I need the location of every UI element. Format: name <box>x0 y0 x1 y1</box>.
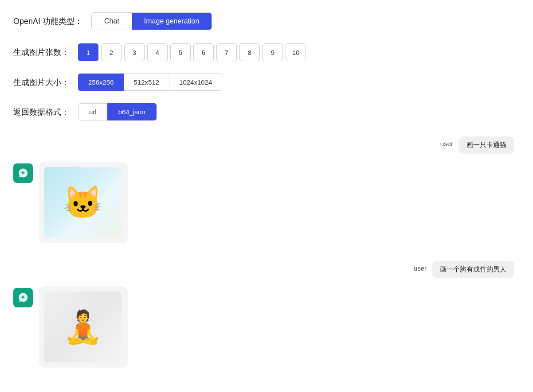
image-count-row: 生成图片张数： 1 2 3 4 5 6 7 8 9 10 <box>13 43 520 61</box>
user-bubble-1: 画一只卡通猫 <box>459 136 514 154</box>
user-message-row-1: user 画一只卡通猫 <box>13 136 514 154</box>
count-btn-9[interactable]: 9 <box>263 43 283 61</box>
user-bubble-2: 画一个胸有成竹的男人 <box>432 261 514 278</box>
openai-icon-1: ✦ <box>17 167 29 179</box>
count-btn-6[interactable]: 6 <box>193 43 214 61</box>
chat-area: user 画一只卡通猫 ✦ user 画一个胸有成竹的男人 ✦ <box>13 136 520 368</box>
image-size-row: 生成图片大小： 256x256 512x512 1024x1024 <box>13 74 520 91</box>
image-card-man <box>39 286 128 368</box>
count-btn-8[interactable]: 8 <box>239 43 260 61</box>
count-btn-3[interactable]: 3 <box>124 43 145 61</box>
return-format-label: 返回数据格式： <box>13 107 69 117</box>
image-generation-tab[interactable]: Image generation <box>132 13 212 30</box>
man-image-placeholder <box>44 291 121 362</box>
size-selector: 256x256 512x512 1024x1024 <box>78 74 222 91</box>
number-selector: 1 2 3 4 5 6 7 8 9 10 <box>78 43 306 61</box>
function-type-toggle-group: Chat Image generation <box>91 12 212 30</box>
man-image <box>44 291 121 362</box>
count-btn-5[interactable]: 5 <box>170 43 191 61</box>
image-card-cat <box>39 162 128 243</box>
count-btn-7[interactable]: 7 <box>216 43 237 61</box>
ai-avatar-2: ✦ <box>13 288 33 307</box>
count-btn-2[interactable]: 2 <box>101 43 121 61</box>
image-count-label: 生成图片张数： <box>13 47 69 58</box>
format-btn-url[interactable]: url <box>78 103 108 120</box>
function-type-row: OpenAI 功能类型： Chat Image generation <box>13 12 520 30</box>
chat-tab[interactable]: Chat <box>92 13 132 30</box>
cat-image <box>44 167 121 238</box>
count-btn-4[interactable]: 4 <box>147 43 168 61</box>
user-message-row-2: user 画一个胸有成竹的男人 <box>13 261 514 278</box>
function-type-label: OpenAI 功能类型： <box>13 16 82 27</box>
ai-message-row-1: ✦ <box>13 162 514 243</box>
cat-image-placeholder <box>44 167 121 238</box>
size-btn-256[interactable]: 256x256 <box>78 74 124 91</box>
openai-icon-2: ✦ <box>17 291 29 304</box>
image-size-label: 生成图片大小： <box>13 77 69 88</box>
size-btn-1024[interactable]: 1024x1024 <box>169 74 222 91</box>
format-btn-b64json[interactable]: b64_json <box>107 103 157 120</box>
return-format-row: 返回数据格式： url b64_json <box>13 103 520 120</box>
ai-avatar-1: ✦ <box>13 163 33 183</box>
count-btn-10[interactable]: 10 <box>286 43 306 61</box>
svg-text:✦: ✦ <box>20 170 25 176</box>
format-selector: url b64_json <box>78 103 156 120</box>
count-btn-1[interactable]: 1 <box>78 43 98 61</box>
size-btn-512[interactable]: 512x512 <box>124 74 170 91</box>
user-label-1: user <box>440 140 453 147</box>
ai-message-row-2: ✦ <box>13 286 514 368</box>
svg-text:✦: ✦ <box>20 295 25 301</box>
user-label-2: user <box>414 264 427 272</box>
